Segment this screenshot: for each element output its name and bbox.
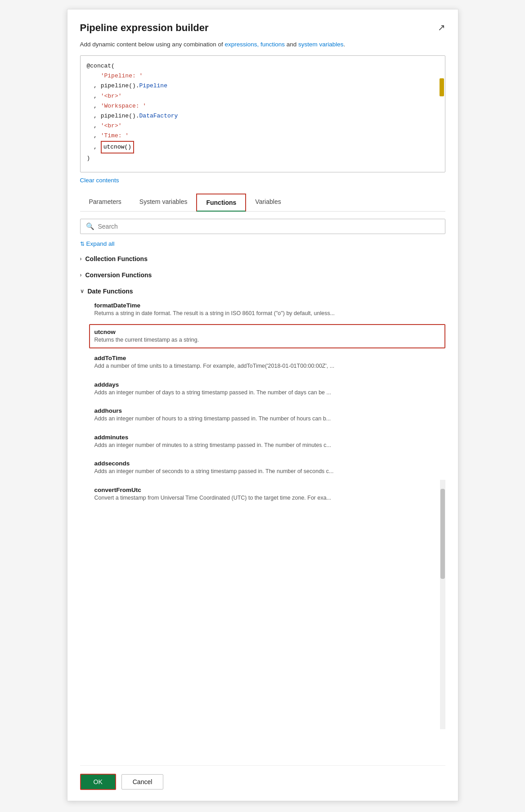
code-line-8: , 'Time: '	[87, 131, 439, 141]
tab-system-variables[interactable]: System variables	[130, 194, 197, 212]
date-functions-list: formatDateTime Returns a string in date …	[80, 298, 445, 506]
scrollbar-thumb	[440, 489, 445, 579]
function-desc-adddays: Adds an integer number of days to a stri…	[94, 389, 440, 397]
expand-icon[interactable]: ↗	[438, 22, 445, 33]
code-line-10: )	[87, 153, 439, 163]
category-conversion: › Conversion Functions	[80, 269, 445, 281]
function-item-addseconds[interactable]: addseconds Adds an integer number of sec…	[89, 456, 445, 480]
code-line-3: , pipeline().Pipeline	[87, 81, 439, 91]
code-line-6: , pipeline().DataFactory	[87, 111, 439, 121]
code-line-7: , '<br>'	[87, 121, 439, 131]
ok-button[interactable]: OK	[80, 774, 116, 790]
category-conversion-header[interactable]: › Conversion Functions	[80, 269, 445, 281]
expressions-functions-link[interactable]: expressions, functions	[224, 41, 285, 48]
tab-parameters[interactable]: Parameters	[80, 194, 130, 212]
function-name-adddays: adddays	[94, 381, 440, 388]
function-desc-addhours: Adds an integer number of hours to a str…	[94, 415, 440, 423]
function-name-addhours: addhours	[94, 407, 440, 414]
description-before: Add dynamic content below using any comb…	[80, 41, 225, 48]
description-after: .	[344, 41, 346, 48]
tab-functions[interactable]: Functions	[196, 194, 246, 212]
category-collection-arrow: ›	[80, 256, 82, 262]
category-collection-label: Collection Functions	[85, 255, 148, 262]
function-desc-convertFromUtc: Convert a timestamp from Universal Time …	[94, 494, 440, 502]
category-date-header[interactable]: ∨ Date Functions	[80, 285, 445, 298]
function-desc-utcnow: Returns the current timestamp as a strin…	[94, 336, 440, 344]
category-date-arrow: ∨	[80, 288, 84, 294]
search-box[interactable]: 🔍	[80, 219, 445, 234]
code-line-1: @concat(	[87, 61, 439, 71]
category-collection-header[interactable]: › Collection Functions	[80, 253, 445, 265]
search-icon: 🔍	[86, 222, 94, 230]
code-line-9: , utcnow()	[87, 141, 439, 153]
function-name-utcnow: utcnow	[94, 329, 440, 335]
category-date: ∨ Date Functions formatDateTime Returns …	[80, 285, 445, 506]
system-variables-link[interactable]: system variables	[298, 41, 344, 48]
function-name-addseconds: addseconds	[94, 460, 440, 467]
pipeline-expression-builder-dialog: Pipeline expression builder ↗ Add dynami…	[67, 9, 458, 801]
clear-contents-link[interactable]: Clear contents	[80, 177, 445, 184]
function-item-adddays[interactable]: adddays Adds an integer number of days t…	[89, 377, 445, 401]
function-name-addToTime: addToTime	[94, 355, 440, 361]
function-item-convertFromUtc[interactable]: convertFromUtc Convert a timestamp from …	[89, 482, 445, 507]
dialog-header: Pipeline expression builder ↗	[80, 22, 445, 34]
function-desc-addminutes: Adds an integer number of minutes to a s…	[94, 442, 440, 450]
function-name-addminutes: addminutes	[94, 434, 440, 441]
function-item-addhours[interactable]: addhours Adds an integer number of hours…	[89, 403, 445, 428]
code-line-4: , '<br>'	[87, 91, 439, 101]
cancel-button[interactable]: Cancel	[121, 774, 164, 789]
function-item-formatDateTime[interactable]: formatDateTime Returns a string in date …	[89, 298, 445, 322]
function-item-utcnow[interactable]: utcnow Returns the current timestamp as …	[89, 324, 445, 349]
function-desc-addseconds: Adds an integer number of seconds to a s…	[94, 468, 440, 476]
expand-all-label: Expand all	[86, 240, 115, 247]
dialog-title: Pipeline expression builder	[80, 22, 209, 34]
tab-variables[interactable]: Variables	[246, 194, 290, 212]
search-input[interactable]	[98, 223, 440, 230]
function-item-addToTime[interactable]: addToTime Add a number of time units to …	[89, 350, 445, 375]
function-name-formatDateTime: formatDateTime	[94, 302, 440, 309]
description: Add dynamic content below using any comb…	[80, 40, 445, 49]
code-scrollbar-indicator	[440, 78, 444, 96]
code-editor[interactable]: @concat( 'Pipeline: ' , pipeline().Pipel…	[80, 55, 445, 172]
function-name-convertFromUtc: convertFromUtc	[94, 487, 440, 493]
functions-tab-content: 🔍 ⇅ Expand all › Collection Functions › …	[80, 219, 445, 765]
code-line-2: 'Pipeline: '	[87, 71, 439, 81]
description-middle: and	[285, 41, 298, 48]
right-scrollbar[interactable]	[440, 480, 445, 729]
code-line-5: , 'Workspace: '	[87, 101, 439, 111]
expand-all-icon: ⇅	[80, 241, 85, 247]
expand-all[interactable]: ⇅ Expand all	[80, 240, 445, 247]
tabs-container: Parameters System variables Functions Va…	[80, 194, 445, 212]
footer: OK Cancel	[80, 765, 445, 790]
function-desc-addToTime: Add a number of time units to a timestam…	[94, 362, 440, 370]
category-collection: › Collection Functions	[80, 253, 445, 265]
function-desc-formatDateTime: Returns a string in date format. The res…	[94, 310, 440, 318]
category-date-label: Date Functions	[88, 288, 133, 295]
category-conversion-arrow: ›	[80, 272, 82, 278]
function-item-addminutes[interactable]: addminutes Adds an integer number of min…	[89, 429, 445, 454]
category-conversion-label: Conversion Functions	[85, 271, 152, 279]
